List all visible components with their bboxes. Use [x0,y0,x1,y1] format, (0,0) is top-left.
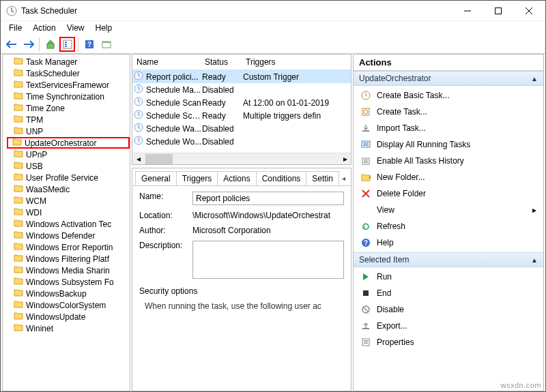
tree-item-windowsupdate[interactable]: WindowsUpdate [12,311,130,322]
section-item-label: Selected Item [359,255,409,265]
close-button[interactable] [513,1,544,20]
tab-settings[interactable]: Settin [306,171,339,185]
up-button[interactable] [42,37,58,52]
back-button[interactable] [3,37,19,52]
actions-section-folder[interactable]: UpdateOrchestrator ▲ [354,71,543,86]
tree-item-wdi[interactable]: WDI [12,207,130,218]
tab-triggers[interactable]: Triggers [176,171,218,185]
window-title: Task Scheduler [21,6,452,16]
tree-item-taskscheduler[interactable]: TaskScheduler [12,67,130,79]
tree-item-tpm[interactable]: TPM [12,114,130,125]
task-row[interactable]: Schedule Wo...Disabled [132,135,351,148]
tree-list[interactable]: Task ManagerTaskSchedulerTextServicesFra… [3,55,130,391]
task-triggers: Custom Trigger [243,72,349,82]
action-refresh[interactable]: Refresh [354,218,543,235]
tree-item-windowsbackup[interactable]: WindowsBackup [12,288,130,299]
tree-item-label: WindowsBackup [26,289,87,299]
tree-item-user-profile-service[interactable]: User Profile Service [12,172,130,183]
tree-item-waasmedic[interactable]: WaaSMedic [12,183,130,195]
menu-bar: File Action View Help [1,21,545,35]
tree-item-windows-subsystem-fo[interactable]: Windows Subsystem Fo [12,276,130,288]
tree-item-task-manager[interactable]: Task Manager [12,56,130,67]
window-controls [452,1,544,20]
help-toolbar-button[interactable]: ? [81,37,97,52]
action-enable-all-tasks-history[interactable]: Enable All Tasks History [354,153,543,169]
action-import-task[interactable]: Import Task... [354,120,543,136]
action-end[interactable]: End [354,285,543,301]
menu-action[interactable]: Action [27,22,61,34]
task-name: Schedule Scan [146,98,202,108]
show-button[interactable] [98,37,114,52]
action-help[interactable]: ?Help [354,235,543,251]
action-export[interactable]: Export... [354,318,543,334]
tree-item-time-zone[interactable]: Time Zone [12,102,130,114]
tree-item-label: User Profile Service [26,173,98,183]
tree-item-wcm[interactable]: WCM [12,195,130,207]
tree-item-textservicesframewor[interactable]: TextServicesFramewor [12,79,130,91]
menu-help[interactable]: Help [90,22,118,34]
scroll-thumb[interactable] [145,154,173,164]
description-input[interactable] [192,241,344,279]
author-label: Author: [139,226,192,235]
tab-scroll-left[interactable]: ◂ [339,173,348,184]
tab-conditions[interactable]: Conditions [256,171,307,185]
tab-actions[interactable]: Actions [217,171,256,185]
minimize-button[interactable] [452,1,483,20]
folder-icon [14,312,23,322]
tree-item-windows-error-reportin[interactable]: Windows Error Reportin [12,241,130,253]
forward-button[interactable] [20,37,36,52]
task-row[interactable]: Report polici...ReadyCustom Trigger [132,70,351,83]
action-delete-folder[interactable]: Delete Folder [354,185,543,202]
actions-section-item[interactable]: Selected Item ▲ [354,252,543,267]
folder-icon [14,68,23,78]
task-row[interactable]: Schedule Sca...ReadyMultiple triggers de… [132,109,351,122]
tree-item-windows-filtering-platf[interactable]: Windows Filtering Platf [12,253,130,265]
tree-item-unp[interactable]: UNP [12,125,130,137]
task-row[interactable]: Schedule Ma...Disabled [132,83,351,96]
action-view[interactable]: View▸ [354,202,543,218]
menu-file[interactable]: File [3,22,27,34]
tree-item-label: USB [26,162,43,171]
action-create-basic-task[interactable]: Create Basic Task... [354,87,543,104]
tab-general[interactable]: General [135,171,177,185]
action-display-all-running-tasks[interactable]: Display All Running Tasks [354,136,543,153]
action-properties[interactable]: Properties [354,334,543,350]
tree-item-time-synchronization[interactable]: Time Synchronization [12,91,130,102]
tree-item-upnp[interactable]: UPnP [12,149,130,160]
tree-item-updateorchestrator[interactable]: UpdateOrchestrator [7,137,130,149]
scroll-left-icon[interactable]: ◂ [132,153,144,165]
tab-scroll-right[interactable]: ▸ [348,173,351,184]
task-name-input[interactable] [192,192,344,205]
action-new-folder[interactable]: ✦New Folder... [354,169,543,185]
svg-rect-34 [362,328,369,329]
tree-item-windows-media-sharin[interactable]: Windows Media Sharin [12,265,130,276]
col-status[interactable]: Status [201,55,242,70]
collapse-icon[interactable]: ▲ [531,256,538,264]
tree-item-windows-activation-tec[interactable]: Windows Activation Tec [12,218,130,230]
task-row[interactable]: Schedule ScanReadyAt 12:00 on 01-01-2019 [132,96,351,109]
tree-item-wininet[interactable]: Wininet [12,322,130,334]
scroll-right-icon[interactable]: ▸ [339,153,351,165]
action-create-task[interactable]: Create Task... [354,104,543,120]
tree-item-label: TaskScheduler [26,69,80,78]
menu-view[interactable]: View [61,22,90,34]
action-run[interactable]: Run [354,269,543,285]
tree-item-label: UPnP [26,150,47,160]
task-list-panel: Name Status Triggers Report polici...Rea… [132,54,351,165]
task-hscrollbar[interactable]: ◂ ▸ [132,153,351,164]
maximize-button[interactable] [483,1,513,20]
properties-button[interactable] [59,37,75,52]
watermark-text: wsxdn.com [500,381,541,389]
action-disable[interactable]: Disable [354,301,543,318]
tree-item-windows-defender[interactable]: Windows Defender [12,230,130,241]
task-icon [134,110,145,121]
svg-text:✦: ✦ [368,175,371,181]
task-row[interactable]: Schedule Wa...Disabled [132,122,351,135]
task-rows[interactable]: Report polici...ReadyCustom TriggerSched… [132,70,351,153]
tree-item-usb[interactable]: USB [12,160,130,172]
tree-item-windowscolorsystem[interactable]: WindowsColorSystem [12,299,130,311]
collapse-icon[interactable]: ▲ [531,75,538,82]
task-name: Report polici... [146,72,202,82]
col-triggers[interactable]: Triggers [242,55,351,70]
col-name[interactable]: Name [132,55,201,70]
